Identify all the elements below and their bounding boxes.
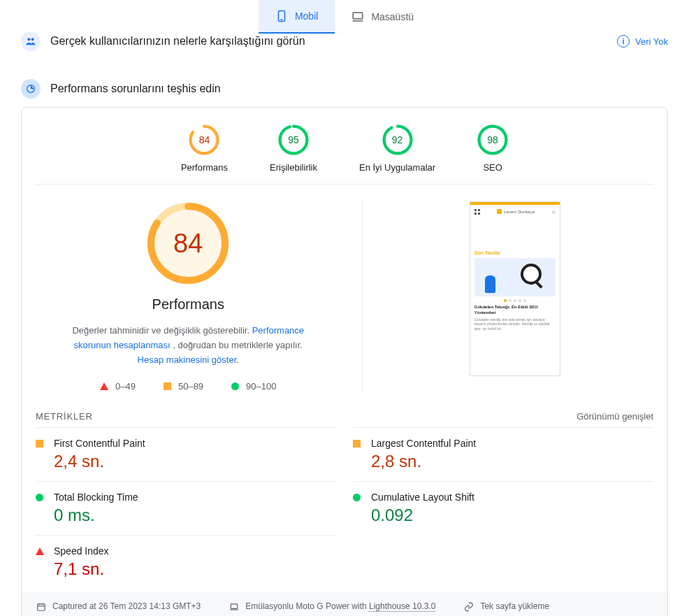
- metric-name: Total Blocking Time: [54, 492, 336, 503]
- circle-icon: [36, 494, 43, 501]
- lighthouse-card: 84 Performans 95 Erişilebilirlik 92 En İ…: [21, 107, 668, 616]
- metric-name: Cumulative Layout Shift: [371, 492, 653, 503]
- field-data-header: Gerçek kullanıcılarınızın nelerle karşıl…: [0, 31, 689, 51]
- score-label: Erişilebilirlik: [270, 162, 317, 173]
- captured-at: Captured at 26 Tem 2023 14:13 GMT+3: [36, 601, 201, 613]
- metric-value: 0.092: [371, 506, 653, 525]
- score-item-en-i̇yi-uygulamalar[interactable]: 92 En İyi Uygulamalar: [359, 124, 435, 173]
- tab-desktop-label: Masaüstü: [371, 11, 414, 22]
- score-gauge: 84: [189, 124, 219, 155]
- capture-footer: Captured at 26 Tem 2023 14:13 GMT+3 Emül…: [22, 592, 667, 616]
- metric-value: 0 ms.: [54, 506, 336, 525]
- metric-value: 7,1 sn.: [54, 559, 336, 579]
- performance-gauge-value: 84: [173, 229, 203, 259]
- metric-status-icon: [36, 494, 44, 502]
- triangle-icon: [36, 547, 44, 555]
- metric-total-blocking-time[interactable]: Total Blocking Time 0 ms.: [36, 481, 336, 535]
- calculator-link[interactable]: Hesap makinesini göster: [138, 354, 237, 365]
- score-legend: 0–49 50–89 90–100: [100, 381, 276, 392]
- score-value: 98: [487, 134, 498, 145]
- emulated-device: Emülasyonlu Moto G Power with Lighthouse…: [229, 601, 435, 613]
- svg-rect-18: [38, 604, 45, 610]
- people-icon: [21, 31, 41, 51]
- legend-pass: 90–100: [231, 381, 276, 392]
- legend-average: 50–89: [164, 381, 203, 392]
- metric-value: 2,4 sn.: [54, 452, 336, 471]
- score-gauge: 98: [477, 124, 508, 155]
- metric-name: Largest Contentful Paint: [371, 438, 653, 449]
- square-icon: [164, 382, 171, 390]
- no-data-label: Veri Yok: [635, 36, 668, 47]
- metric-name: First Contentful Paint: [54, 438, 336, 449]
- performance-right: Levent Sivrikaya ⌕ Son Yazılar Gökdelen …: [362, 201, 654, 392]
- laptop-icon: [229, 601, 240, 613]
- info-icon[interactable]: i: [617, 35, 630, 48]
- metric-status-icon: [353, 440, 361, 448]
- svg-rect-2: [354, 13, 363, 19]
- score-item-seo[interactable]: 98 SEO: [477, 124, 508, 173]
- tab-desktop[interactable]: Masaüstü: [335, 0, 430, 34]
- metric-value: 2,8 sn.: [371, 452, 653, 471]
- performance-detail: 84 Performans Değerler tahminidir ve değ…: [36, 201, 653, 392]
- svg-point-5: [31, 38, 34, 41]
- square-icon: [353, 440, 361, 447]
- desktop-icon: [351, 10, 364, 23]
- score-row: 84 Performans 95 Erişilebilirlik 92 En İ…: [36, 122, 653, 185]
- metrics-grid: First Contentful Paint 2,4 sn. Largest C…: [36, 427, 653, 589]
- field-data-right: i Veri Yok: [617, 35, 668, 48]
- score-gauge: 95: [278, 124, 309, 155]
- expand-view-link[interactable]: Görünümü genişlet: [576, 411, 653, 422]
- score-value: 92: [392, 134, 403, 145]
- performance-description: Değerler tahminidir ve değişiklik göster…: [62, 324, 314, 367]
- tab-mobile[interactable]: Mobil: [259, 0, 335, 34]
- score-value: 95: [288, 134, 299, 145]
- lighthouse-version-link[interactable]: Lighthouse 10.3.0: [369, 601, 435, 612]
- metric-largest-contentful-paint[interactable]: Largest Contentful Paint 2,8 sn.: [353, 427, 653, 481]
- metric-name: Speed Index: [54, 545, 336, 557]
- mobile-icon: [275, 10, 288, 22]
- metric-first-contentful-paint[interactable]: First Contentful Paint 2,4 sn.: [36, 427, 336, 481]
- search-icon: ⌕: [552, 208, 556, 215]
- score-value: 84: [199, 134, 210, 145]
- square-icon: [36, 440, 43, 447]
- page-load-type: Tek sayfa yükleme: [463, 601, 549, 613]
- tab-mobile-label: Mobil: [295, 10, 318, 22]
- link-icon: [463, 601, 474, 613]
- score-label: En İyi Uygulamalar: [359, 162, 435, 173]
- metric-status-icon: [353, 494, 361, 502]
- metric-status-icon: [36, 440, 44, 448]
- performance-title: Performans: [152, 296, 224, 313]
- page-screenshot: Levent Sivrikaya ⌕ Son Yazılar Gökdelen …: [470, 201, 560, 376]
- metric-status-icon: [36, 547, 44, 556]
- performance-left: 84 Performans Değerler tahminidir ve değ…: [36, 201, 341, 392]
- diagnose-icon: [21, 79, 41, 99]
- metrics-title: METRİKLER: [36, 411, 93, 422]
- metric-cumulative-layout-shift[interactable]: Cumulative Layout Shift 0.092: [353, 481, 653, 535]
- device-tabs: Mobil Masaüstü: [0, 0, 689, 34]
- diagnose-title: Performans sorunlarını teşhis edin: [50, 83, 668, 95]
- calendar-icon: [36, 601, 47, 613]
- circle-icon: [353, 494, 361, 501]
- score-item-performans[interactable]: 84 Performans: [181, 124, 228, 173]
- performance-gauge: 84: [146, 201, 230, 285]
- score-gauge: 92: [382, 124, 413, 155]
- metrics-header: METRİKLER Görünümü genişlet: [36, 408, 653, 424]
- score-label: SEO: [483, 162, 502, 173]
- field-data-title: Gerçek kullanıcılarınızın nelerle karşıl…: [50, 35, 617, 48]
- svg-rect-22: [231, 604, 238, 608]
- score-item-erişilebilirlik[interactable]: 95 Erişilebilirlik: [270, 124, 317, 173]
- svg-point-4: [27, 38, 30, 41]
- menu-icon: [474, 209, 480, 215]
- metric-speed-index[interactable]: Speed Index 7,1 sn.: [36, 535, 336, 589]
- triangle-icon: [100, 382, 108, 390]
- score-label: Performans: [181, 162, 228, 173]
- diagnose-header: Performans sorunlarını teşhis edin: [0, 79, 689, 99]
- circle-icon: [231, 382, 239, 390]
- legend-fail: 0–49: [100, 381, 136, 392]
